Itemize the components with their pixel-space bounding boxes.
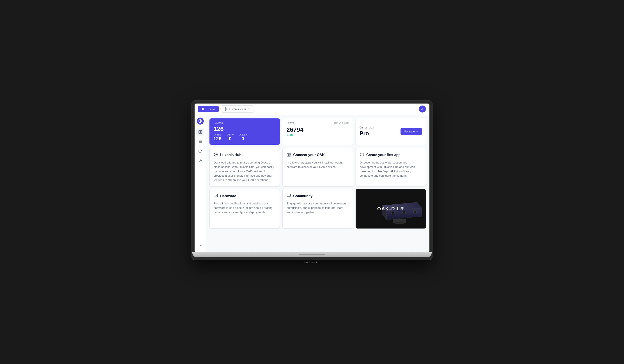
- upgrade-button[interactable]: Upgrade →: [400, 128, 422, 135]
- outage-label: Outage: [239, 133, 247, 136]
- sidebar-item-apps[interactable]: [196, 147, 204, 155]
- svg-point-1: [225, 108, 227, 110]
- svg-point-0: [203, 108, 204, 110]
- events-label: Events: [286, 121, 294, 124]
- card-community[interactable]: Community Engage with a vibrant communit…: [283, 189, 353, 228]
- events-change: 18: [286, 134, 349, 137]
- main-area: Devices 126 Online 126 Offline: [195, 115, 429, 252]
- svg-point-12: [288, 154, 289, 156]
- community-icon: [286, 193, 291, 199]
- devices-total: 126: [213, 125, 276, 132]
- svg-rect-4: [199, 130, 200, 132]
- avatar-button[interactable]: JF: [419, 105, 426, 113]
- online-label: Online: [213, 133, 222, 136]
- plan-label: Current plan: [360, 126, 374, 129]
- offline-label: Offline: [227, 133, 234, 136]
- card-title-row: Luxonis Hub: [214, 152, 276, 158]
- svg-rect-6: [199, 132, 200, 134]
- events-period: (past 24 hours): [333, 121, 349, 124]
- events-count: 26794: [286, 126, 349, 133]
- card-luxonis-hub[interactable]: Luxonis Hub Our cloud offering to make o…: [209, 148, 280, 187]
- connect-description: In a few short steps you will install ou…: [286, 160, 349, 169]
- sidebar: [195, 115, 206, 252]
- content-area: Devices 126 Online 126 Offline: [206, 115, 429, 252]
- community-description: Engage with a vibrant community of devel…: [286, 201, 349, 215]
- online-count: 126: [213, 136, 222, 142]
- hub-title: Luxonis Hub: [220, 153, 241, 157]
- svg-rect-5: [201, 130, 202, 132]
- plan-stat-card: Current plan Pro Upgrade →: [356, 119, 426, 145]
- sidebar-item-tools[interactable]: [196, 157, 204, 165]
- svg-rect-13: [290, 154, 290, 155]
- community-title: Community: [293, 194, 312, 198]
- top-bar: Control Luxonis team: [195, 103, 429, 115]
- devices-label: Devices: [213, 121, 276, 124]
- card-title-row-hardware: Hardware: [214, 193, 276, 199]
- offline-count: 0: [227, 136, 234, 142]
- card-title-row-app: Create your first app: [360, 152, 422, 158]
- plan-name: Pro: [360, 130, 374, 137]
- events-stat-card: Events (past 24 hours) 26794 18: [283, 119, 353, 145]
- top-bar-left: Control Luxonis team: [198, 105, 254, 113]
- svg-point-26: [404, 212, 404, 213]
- devices-grid: Online 126 Offline 0 Outage: [213, 133, 276, 142]
- card-create-app[interactable]: Create your first app Discover the basic…: [356, 148, 426, 187]
- connect-title: Connect your OAK: [293, 153, 324, 157]
- outage-stat: Outage 0: [239, 133, 247, 142]
- events-header: Events (past 24 hours): [286, 121, 349, 125]
- events-change-value: 18: [290, 134, 292, 137]
- sidebar-item-devices[interactable]: [196, 138, 204, 146]
- sidebar-item-dashboard[interactable]: [196, 128, 204, 136]
- hub-description: Our cloud offering to make operating OAK…: [214, 160, 276, 183]
- outage-count: 0: [239, 136, 247, 142]
- macbook-label: MacBook Pro: [191, 261, 433, 264]
- online-stat: Online 126: [213, 133, 222, 142]
- hardware-icon: [214, 193, 218, 199]
- svg-point-3: [200, 121, 201, 122]
- svg-rect-31: [395, 222, 404, 224]
- card-connect-oak[interactable]: Connect your OAK In a few short steps yo…: [283, 148, 353, 187]
- control-button[interactable]: Control: [198, 106, 219, 112]
- camera-icon: [286, 152, 291, 158]
- stats-row: Devices 126 Online 126 Offline: [209, 119, 426, 145]
- hardware-description: Find all the specifications and details …: [214, 201, 276, 215]
- svg-rect-7: [201, 132, 202, 134]
- svg-rect-11: [287, 154, 291, 156]
- app-icon: [360, 152, 364, 158]
- card-title-row-connect: Connect your OAK: [286, 152, 349, 158]
- sidebar-expand-button[interactable]: [196, 242, 204, 250]
- card-hardware[interactable]: Hardware Find all the specifications and…: [209, 189, 280, 228]
- hardware-title: Hardware: [220, 194, 236, 198]
- svg-point-29: [415, 211, 416, 212]
- app-description: Discover the basics of perception app de…: [360, 160, 422, 178]
- hub-icon: [214, 152, 218, 158]
- oak-device-label: OAK-D LR: [377, 206, 404, 212]
- devices-stat-card: Devices 126 Online 126 Offline: [209, 119, 280, 145]
- plan-info: Current plan Pro: [360, 126, 374, 137]
- offline-stat: Offline 0: [227, 133, 234, 142]
- app-title: Create your first app: [366, 153, 400, 157]
- team-button[interactable]: Luxonis team: [221, 105, 254, 113]
- svg-point-23: [393, 213, 393, 214]
- card-title-row-community: Community: [286, 193, 349, 199]
- card-oak-device: OAK-D LR: [356, 189, 426, 228]
- logo-icon[interactable]: [197, 118, 204, 124]
- cards-grid: Luxonis Hub Our cloud offering to make o…: [209, 148, 426, 229]
